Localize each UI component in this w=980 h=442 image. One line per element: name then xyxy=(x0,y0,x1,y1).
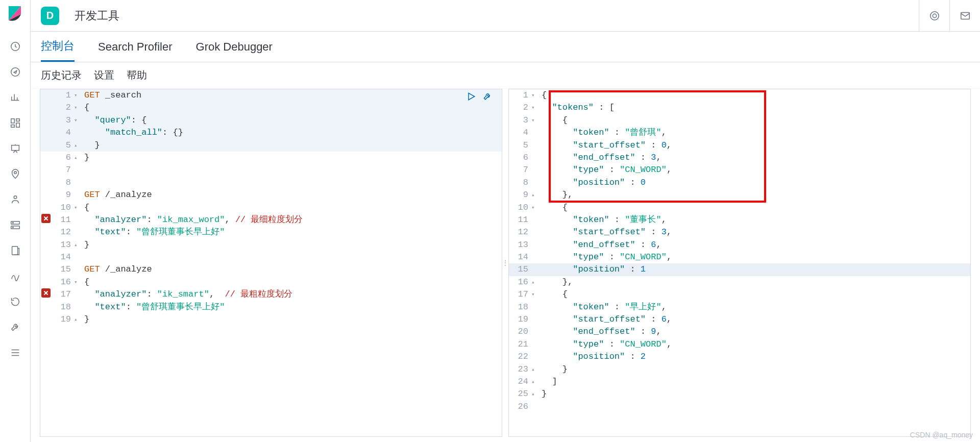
fold-toggle[interactable]: ▾ xyxy=(531,89,540,102)
code-line[interactable]: 17 "analyzer": "ik_smart", // 最粗粒度划分 xyxy=(40,288,502,301)
code-line[interactable]: 1▾GET _search xyxy=(40,89,502,102)
wrench-icon[interactable] xyxy=(482,91,493,104)
code-line[interactable]: 15GET /_analyze xyxy=(40,263,502,276)
response-pane[interactable]: 1▾{2▾ "tokens" : [3▾ {4 "token" : "曾舒琪",… xyxy=(508,89,971,437)
fold-toggle[interactable]: ▴ xyxy=(531,388,540,400)
fold-toggle[interactable]: ▴ xyxy=(531,376,540,388)
code-content: "start_offset" : 6, xyxy=(540,313,970,326)
apm-icon[interactable] xyxy=(0,263,31,289)
code-line[interactable]: 14 xyxy=(40,251,502,263)
code-line[interactable]: 13▴} xyxy=(40,239,502,251)
fold-toggle[interactable]: ▴ xyxy=(74,313,82,326)
code-line[interactable]: 6▴} xyxy=(40,152,502,164)
fold-toggle[interactable]: ▴ xyxy=(74,139,82,152)
code-content: "query": { xyxy=(82,114,502,127)
code-line[interactable]: 4 "match_all": {} xyxy=(40,127,502,139)
compass-icon[interactable] xyxy=(0,59,31,85)
fold-toggle[interactable]: ▴ xyxy=(531,363,540,376)
code-line[interactable]: 14 "type" : "CN_WORD", xyxy=(509,251,970,263)
code-content: "analyzer": "ik_max_word", // 最细粒度划分 xyxy=(82,214,502,226)
code-line[interactable]: 18 "token" : "早上好", xyxy=(509,301,970,313)
code-line[interactable]: 3▾ "query": { xyxy=(40,114,502,127)
code-line[interactable]: 11 "analyzer": "ik_max_word", // 最细粒度划分 xyxy=(40,214,502,226)
code-line[interactable]: 12 "start_offset" : 3, xyxy=(509,226,970,238)
collapse-nav-icon[interactable] xyxy=(0,340,31,365)
fold-toggle[interactable]: ▾ xyxy=(531,102,540,114)
fold-toggle[interactable]: ▾ xyxy=(531,114,540,127)
code-line[interactable]: 15 "position" : 1 xyxy=(509,263,970,276)
fold-toggle[interactable]: ▾ xyxy=(531,202,540,214)
code-line[interactable]: 5 "start_offset" : 0, xyxy=(509,139,970,152)
play-icon[interactable] xyxy=(466,91,476,104)
mail-icon[interactable] xyxy=(949,0,980,32)
fold-toggle[interactable]: ▾ xyxy=(74,89,82,102)
code-line[interactable]: 2▾{ xyxy=(40,102,502,114)
code-line[interactable]: 19 "start_offset" : 6, xyxy=(509,313,970,326)
code-line[interactable]: 10▾ { xyxy=(509,202,970,214)
code-line[interactable]: 3▾ { xyxy=(509,114,970,127)
code-line[interactable]: 2▾ "tokens" : [ xyxy=(509,102,970,114)
code-line[interactable]: 13 "end_offset" : 6, xyxy=(509,239,970,251)
code-line[interactable]: 12 "text": "曾舒琪董事长早上好" xyxy=(40,226,502,238)
menu-item-1[interactable]: 设置 xyxy=(94,68,114,82)
code-line[interactable]: 6 "end_offset" : 3, xyxy=(509,152,970,164)
code-line[interactable]: 11 "token" : "董事长", xyxy=(509,214,970,226)
menu-item-2[interactable]: 帮助 xyxy=(127,68,147,82)
fold-toggle[interactable]: ▾ xyxy=(531,288,540,301)
fold-toggle[interactable]: ▾ xyxy=(74,114,82,127)
code-line[interactable]: 7 "type" : "CN_WORD", xyxy=(509,164,970,176)
help-icon[interactable] xyxy=(919,0,949,32)
code-line[interactable]: 18 "text": "曾舒琪董事长早上好" xyxy=(40,301,502,313)
uptime-icon[interactable] xyxy=(0,289,31,314)
code-line[interactable]: 21 "type" : "CN_WORD", xyxy=(509,338,970,351)
fold-toggle[interactable]: ▾ xyxy=(74,202,82,214)
visualize-icon[interactable] xyxy=(0,85,31,110)
code-line[interactable]: 8 xyxy=(40,177,502,189)
kibana-logo[interactable] xyxy=(7,6,23,22)
line-number: 16 xyxy=(52,276,74,288)
devtools-icon[interactable] xyxy=(0,314,31,340)
code-line[interactable]: 16▾{ xyxy=(40,276,502,288)
fold-toggle[interactable]: ▾ xyxy=(74,276,82,288)
code-line[interactable]: 7 xyxy=(40,164,502,176)
code-line[interactable]: 1▾{ xyxy=(509,89,970,102)
fold-toggle[interactable]: ▴ xyxy=(74,152,82,164)
code-line[interactable]: 19▴} xyxy=(40,313,502,326)
code-content: "end_offset" : 3, xyxy=(540,152,970,164)
code-line[interactable]: 16▴ }, xyxy=(509,276,970,288)
code-line[interactable]: 10▾{ xyxy=(40,202,502,214)
infra-icon[interactable] xyxy=(0,212,31,238)
code-line[interactable]: 24▴ ] xyxy=(509,376,970,388)
canvas-icon[interactable] xyxy=(0,136,31,161)
splitter[interactable]: ⋮ xyxy=(502,89,508,437)
code-line[interactable]: 22 "position" : 2 xyxy=(509,351,970,363)
tab-0[interactable]: 控制台 xyxy=(41,32,75,62)
code-line[interactable]: 26 xyxy=(509,401,970,413)
tab-1[interactable]: Search Profiler xyxy=(98,32,173,62)
fold-toggle[interactable]: ▴ xyxy=(531,276,540,288)
line-number: 3 xyxy=(509,114,531,127)
maps-icon[interactable] xyxy=(0,161,31,187)
logs-icon[interactable] xyxy=(0,238,31,263)
code-line[interactable]: 23▴ } xyxy=(509,363,970,376)
code-line[interactable]: 20 "end_offset" : 9, xyxy=(509,326,970,338)
code-line[interactable]: 5▴ } xyxy=(40,139,502,152)
ml-icon[interactable] xyxy=(0,187,31,212)
fold-toggle[interactable]: ▴ xyxy=(74,239,82,251)
code-line[interactable]: 8 "position" : 0 xyxy=(509,177,970,189)
menu-item-0[interactable]: 历史记录 xyxy=(41,68,82,82)
code-line[interactable]: 9GET /_analyze xyxy=(40,189,502,201)
fold-toggle[interactable]: ▴ xyxy=(531,189,540,201)
code-line[interactable]: 25▴} xyxy=(509,388,970,400)
fold-toggle[interactable]: ▾ xyxy=(74,102,82,114)
svg-rect-5 xyxy=(16,119,19,121)
dashboard-icon[interactable] xyxy=(0,110,31,136)
request-pane[interactable]: 1▾GET _search2▾{3▾ "query": {4 "match_al… xyxy=(40,89,502,437)
code-line[interactable]: 9▴ }, xyxy=(509,189,970,201)
recent-icon[interactable] xyxy=(0,34,31,59)
tab-2[interactable]: Grok Debugger xyxy=(196,32,273,62)
code-line[interactable]: 4 "token" : "曾舒琪", xyxy=(509,127,970,139)
code-content: } xyxy=(82,239,502,251)
line-number: 7 xyxy=(509,164,531,176)
code-line[interactable]: 17▾ { xyxy=(509,288,970,301)
